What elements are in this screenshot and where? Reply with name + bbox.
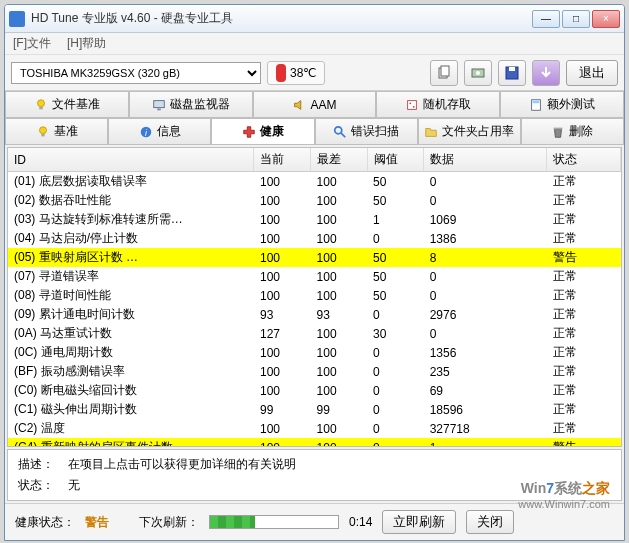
col-worst[interactable]: 最差: [311, 148, 368, 172]
tab-cross[interactable]: 健康: [211, 118, 314, 144]
tab-label: 额外测试: [547, 96, 595, 113]
menubar: [F]文件 [H]帮助: [5, 33, 624, 55]
table-row[interactable]: (04) 马达启动/停止计数10010001386正常: [8, 229, 621, 248]
cell-cur: 100: [254, 343, 311, 362]
maximize-button[interactable]: □: [562, 10, 590, 28]
table-row[interactable]: (BF) 振动感测错误率1001000235正常: [8, 362, 621, 381]
cell-cur: 100: [254, 191, 311, 210]
cell-thr: 1: [367, 210, 424, 229]
cell-status: 正常: [547, 343, 621, 362]
cell-thr: 0: [367, 229, 424, 248]
cell-id: (02) 数据吞吐性能: [8, 191, 254, 210]
save-button[interactable]: [498, 60, 526, 86]
desc-label: 描述：: [18, 456, 68, 473]
col-data[interactable]: 数据: [424, 148, 547, 172]
table-row[interactable]: (07) 寻道错误率100100500正常: [8, 267, 621, 286]
cell-cur: 127: [254, 324, 311, 343]
tab-folder[interactable]: 文件夹占用率: [418, 118, 521, 144]
close-panel-button[interactable]: 关闭: [466, 510, 514, 534]
table-row[interactable]: (05) 重映射扇区计数 …100100508警告: [8, 248, 621, 267]
cell-worst: 100: [311, 438, 368, 447]
info-icon: i: [139, 125, 153, 139]
cell-status: 正常: [547, 172, 621, 192]
svg-rect-10: [408, 100, 417, 109]
tab-dice[interactable]: 随机存取: [376, 91, 500, 117]
cell-id: (04) 马达启动/停止计数: [8, 229, 254, 248]
tab-speaker[interactable]: AAM: [253, 91, 377, 117]
cell-thr: 50: [367, 286, 424, 305]
cell-id: (09) 累计通电时间计数: [8, 305, 254, 324]
menu-file[interactable]: [F]文件: [13, 35, 51, 52]
tab-label: 信息: [157, 123, 181, 140]
svg-rect-5: [509, 67, 515, 71]
screenshot-button[interactable]: [464, 60, 492, 86]
cell-status: 正常: [547, 324, 621, 343]
table-row[interactable]: (01) 底层数据读取错误率100100500正常: [8, 172, 621, 192]
col-status[interactable]: 状态: [547, 148, 621, 172]
cell-thr: 0: [367, 362, 424, 381]
table-row[interactable]: (C0) 断电磁头缩回计数100100069正常: [8, 381, 621, 400]
svg-rect-9: [157, 108, 161, 110]
table-row[interactable]: (0A) 马达重试计数127100300正常: [8, 324, 621, 343]
drive-select[interactable]: TOSHIBA MK3259GSX (320 gB): [11, 62, 261, 84]
table-row[interactable]: (0C) 通电周期计数10010001356正常: [8, 343, 621, 362]
tab-trash[interactable]: 删除: [521, 118, 624, 144]
cell-data: 18596: [424, 400, 547, 419]
cell-worst: 100: [311, 210, 368, 229]
svg-rect-7: [39, 106, 43, 109]
svg-rect-8: [153, 100, 164, 107]
cell-status: 正常: [547, 210, 621, 229]
tab-bulb[interactable]: 基准: [5, 118, 108, 144]
tab-bulb[interactable]: 文件基准: [5, 91, 129, 117]
col-threshold[interactable]: 阈值: [367, 148, 424, 172]
svg-point-3: [476, 71, 480, 75]
cell-thr: 0: [367, 400, 424, 419]
cell-thr: 0: [367, 419, 424, 438]
table-row[interactable]: (C1) 磁头伸出周期计数9999018596正常: [8, 400, 621, 419]
download-button[interactable]: [532, 60, 560, 86]
toolbar: TOSHIBA MK3259GSX (320 gB) 38℃ 退出: [5, 55, 624, 91]
tab-row-top: 文件基准磁盘监视器AAM随机存取额外测试: [5, 91, 624, 118]
table-row[interactable]: (09) 累计通电时间计数939302976正常: [8, 305, 621, 324]
cell-status: 警告: [547, 438, 621, 447]
exit-button[interactable]: 退出: [566, 60, 618, 86]
tab-search[interactable]: 错误扫描: [315, 118, 418, 144]
copy-button[interactable]: [430, 60, 458, 86]
cell-status: 正常: [547, 305, 621, 324]
refresh-now-button[interactable]: 立即刷新: [382, 510, 456, 534]
close-button[interactable]: ×: [592, 10, 620, 28]
table-row[interactable]: (08) 寻道时间性能100100500正常: [8, 286, 621, 305]
cell-status: 正常: [547, 267, 621, 286]
refresh-progress: [209, 515, 339, 529]
cell-thr: 0: [367, 343, 424, 362]
cell-id: (0A) 马达重试计数: [8, 324, 254, 343]
cell-worst: 100: [311, 229, 368, 248]
cell-cur: 100: [254, 248, 311, 267]
table-row[interactable]: (C4) 重新映射的扇区事件计数…10010001警告: [8, 438, 621, 447]
speaker-icon: [292, 98, 306, 112]
tab-label: 文件基准: [52, 96, 100, 113]
health-status-value: 警告: [85, 514, 109, 531]
cell-data: 1069: [424, 210, 547, 229]
tab-monitor[interactable]: 磁盘监视器: [129, 91, 253, 117]
tab-calc[interactable]: 额外测试: [500, 91, 624, 117]
cell-data: 235: [424, 362, 547, 381]
cell-data: 1: [424, 438, 547, 447]
table-row[interactable]: (02) 数据吞吐性能100100500正常: [8, 191, 621, 210]
table-row[interactable]: (C2) 温度1001000327718正常: [8, 419, 621, 438]
menu-help[interactable]: [H]帮助: [67, 35, 106, 52]
table-row[interactable]: (03) 马达旋转到标准转速所需…10010011069正常: [8, 210, 621, 229]
health-table: ID 当前 最差 阈值 数据 状态 (01) 底层数据读取错误率10010050…: [8, 148, 621, 447]
minimize-button[interactable]: —: [532, 10, 560, 28]
cell-worst: 100: [311, 362, 368, 381]
col-current[interactable]: 当前: [254, 148, 311, 172]
col-id[interactable]: ID: [8, 148, 254, 172]
cell-cur: 100: [254, 210, 311, 229]
temperature-display: 38℃: [267, 61, 325, 85]
health-table-wrap[interactable]: ID 当前 最差 阈值 数据 状态 (01) 底层数据读取错误率10010050…: [7, 147, 622, 447]
cell-data: 0: [424, 172, 547, 192]
tab-info[interactable]: i信息: [108, 118, 211, 144]
desc-text: 在项目上点击可以获得更加详细的有关说明: [68, 456, 611, 473]
tab-label: 删除: [569, 123, 593, 140]
temperature-value: 38℃: [290, 66, 316, 80]
